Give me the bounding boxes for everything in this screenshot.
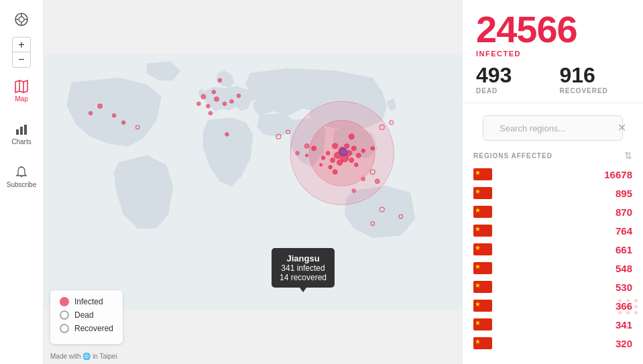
svg-point-35 [371,147,375,151]
sidebar-item-target[interactable] [0,5,43,32]
recovered-stat-block: 916 RECOVERED [560,64,630,95]
search-input[interactable] [500,123,612,133]
flag-china [473,187,492,199]
sidebar-item-subscribe[interactable]: Subscribe [0,159,43,195]
svg-point-66 [225,133,229,137]
list-item[interactable]: 530 [463,278,643,296]
list-item[interactable]: 341 [463,315,643,334]
svg-point-62 [112,113,116,117]
recovered-count: 916 [560,64,630,86]
svg-point-33 [354,163,358,167]
region-count: 341 [616,319,632,330]
svg-point-57 [197,102,201,106]
legend-recovered-label: Recovered [74,324,113,333]
list-item[interactable]: 366 [463,296,643,315]
svg-point-30 [312,146,316,151]
svg-point-25 [337,160,343,165]
svg-point-23 [351,146,356,151]
svg-marker-6 [15,80,27,93]
regions-header: REGIONS AFFECTED ⇅ [463,143,643,165]
sidebar-item-charts[interactable]: Charts [0,116,43,152]
flag-china [473,168,492,180]
list-item[interactable]: 764 [463,221,643,240]
charts-icon [15,123,28,136]
svg-point-21 [331,158,335,162]
region-count: 16678 [604,169,632,180]
flag-china [473,225,492,237]
search-bar[interactable]: ✕ [483,115,623,141]
sort-button[interactable]: ⇅ [624,150,632,161]
infected-count: 24566 [476,11,630,48]
zoom-in-button[interactable]: + [13,38,30,52]
right-panel: 24566 INFECTED 493 DEAD 916 RECOVERED ✕ … [462,0,643,364]
dead-recovered-stats: 493 DEAD 916 RECOVERED [476,64,630,95]
decorative-dots [618,299,640,314]
region-count: 895 [616,188,632,199]
svg-point-63 [121,121,125,125]
legend-dead-item: Dead [60,310,113,320]
legend-infected-item: Infected [60,297,113,306]
zoom-controls: + − [12,37,31,68]
svg-point-41 [361,177,365,181]
svg-point-32 [320,164,323,166]
svg-point-28 [356,153,361,158]
svg-point-51 [215,97,219,101]
region-count: 320 [616,338,632,349]
svg-rect-10 [20,127,23,135]
sidebar-subscribe-label: Subscribe [7,181,36,188]
flag-china [473,243,492,255]
svg-point-59 [237,94,241,98]
list-item[interactable]: 661 [463,240,643,259]
svg-point-55 [201,95,206,99]
target-icon [14,12,29,27]
legend-infected-label: Infected [74,297,103,306]
list-item[interactable]: 16678 [463,165,643,184]
map-legend: Infected Dead Recovered [50,290,123,344]
svg-point-29 [321,156,325,160]
svg-point-1 [19,17,24,22]
dead-label: DEAD [476,87,546,95]
made-with-location: in Taipei [93,353,117,360]
dead-stat-block: 493 DEAD [476,64,546,95]
legend-recovered-item: Recovered [60,324,113,333]
legend-recovered-dot [60,324,69,333]
svg-point-27 [329,166,333,170]
search-container: ✕ [463,103,643,143]
svg-point-60 [218,78,222,82]
svg-point-53 [223,102,227,106]
flag-china [473,318,492,330]
svg-point-49 [304,143,309,148]
svg-point-37 [340,148,347,156]
flag-china [473,281,492,293]
list-item[interactable]: 320 [463,334,643,353]
sidebar-map-label: Map [15,95,27,103]
region-count: 870 [616,206,632,218]
svg-point-18 [345,143,349,148]
map-area[interactable]: Jiangsu 341 infected 14 recovered Infect… [44,0,462,364]
svg-point-52 [207,104,211,108]
svg-point-16 [332,143,337,149]
flag-china [473,337,492,349]
svg-point-26 [349,158,354,162]
list-item[interactable]: 548 [463,259,643,278]
list-item[interactable]: 895 [463,184,643,202]
search-clear-button[interactable]: ✕ [618,123,626,133]
dead-count: 493 [476,64,546,86]
flag-china [473,262,492,274]
stats-header: 24566 INFECTED 493 DEAD 916 RECOVERED [463,0,643,103]
list-item[interactable]: 870 [463,202,643,221]
regions-list: 16678 895 870 764 661 548 530 366 [463,165,643,364]
sidebar-charts-label: Charts [11,138,31,145]
svg-point-50 [296,151,300,156]
svg-point-24 [326,151,330,156]
legend-infected-dot [60,297,69,306]
svg-point-42 [375,179,379,184]
svg-point-56 [212,90,216,94]
sidebar-item-map[interactable]: Map [0,73,43,109]
svg-point-54 [209,111,213,115]
flag-china [473,300,492,312]
zoom-out-button[interactable]: − [13,52,30,67]
svg-point-61 [98,104,103,109]
legend-dead-label: Dead [74,310,94,320]
regions-label: REGIONS AFFECTED [473,152,552,160]
